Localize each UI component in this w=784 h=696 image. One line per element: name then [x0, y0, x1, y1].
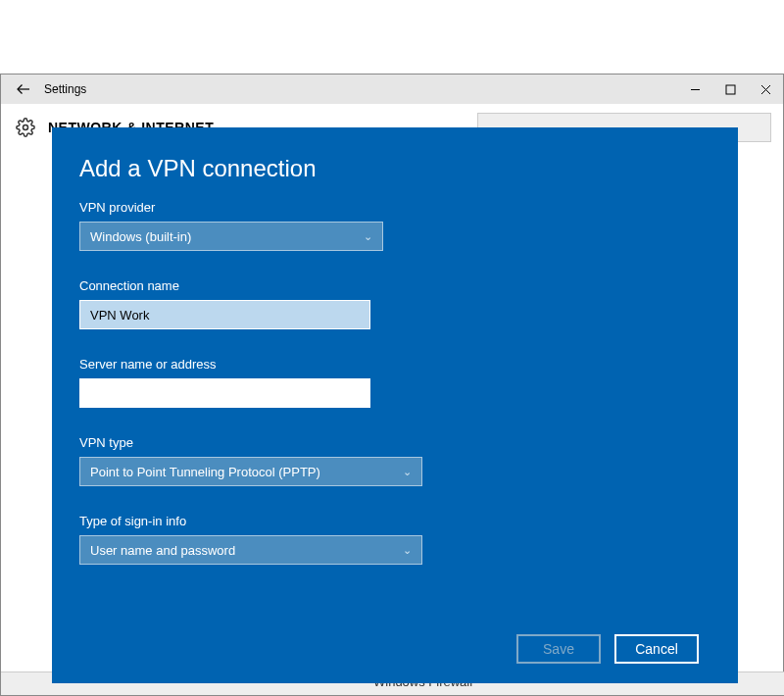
dialog-title: Add a VPN connection — [79, 155, 710, 182]
vpn-provider-select[interactable]: Windows (built-in) ⌄ — [79, 222, 383, 251]
vpn-type-label: VPN type — [79, 435, 710, 450]
vpn-provider-block: VPN provider Windows (built-in) ⌄ — [79, 200, 710, 251]
save-button: Save — [516, 634, 601, 664]
window-title: Settings — [44, 82, 86, 96]
chevron-down-icon: ⌄ — [403, 544, 412, 557]
minimize-button[interactable] — [677, 75, 712, 104]
settings-window: Settings NETWORK & INTERNET Windows Fire… — [0, 74, 784, 696]
signin-block: Type of sign-in info User name and passw… — [79, 514, 710, 565]
server-input[interactable] — [79, 378, 370, 408]
vpn-provider-value: Windows (built-in) — [90, 229, 191, 244]
window-controls — [677, 75, 783, 104]
svg-rect-2 — [726, 85, 735, 94]
titlebar: Settings — [1, 75, 783, 104]
vpn-type-select[interactable]: Point to Point Tunneling Protocol (PPTP)… — [79, 457, 422, 486]
connection-name-label: Connection name — [79, 278, 710, 293]
signin-label: Type of sign-in info — [79, 514, 710, 528]
vpn-type-value: Point to Point Tunneling Protocol (PPTP) — [90, 465, 320, 479]
close-button[interactable] — [748, 75, 783, 104]
back-button[interactable] — [7, 80, 40, 98]
add-vpn-dialog: Add a VPN connection VPN provider Window… — [52, 127, 738, 683]
gear-icon — [15, 117, 36, 138]
svg-point-5 — [24, 125, 28, 130]
vpn-provider-label: VPN provider — [79, 200, 710, 215]
cancel-button[interactable]: Cancel — [614, 634, 699, 664]
chevron-down-icon: ⌄ — [403, 466, 412, 478]
vpn-type-block: VPN type Point to Point Tunneling Protoc… — [79, 435, 710, 486]
dialog-buttons: Save Cancel — [516, 634, 699, 664]
connection-name-block: Connection name — [79, 278, 710, 329]
signin-select[interactable]: User name and password ⌄ — [79, 535, 422, 565]
maximize-button[interactable] — [712, 75, 748, 104]
connection-name-input[interactable] — [79, 300, 370, 329]
chevron-down-icon: ⌄ — [364, 230, 372, 243]
server-label: Server name or address — [79, 357, 710, 372]
signin-value: User name and password — [90, 543, 235, 558]
server-block: Server name or address — [79, 357, 710, 408]
